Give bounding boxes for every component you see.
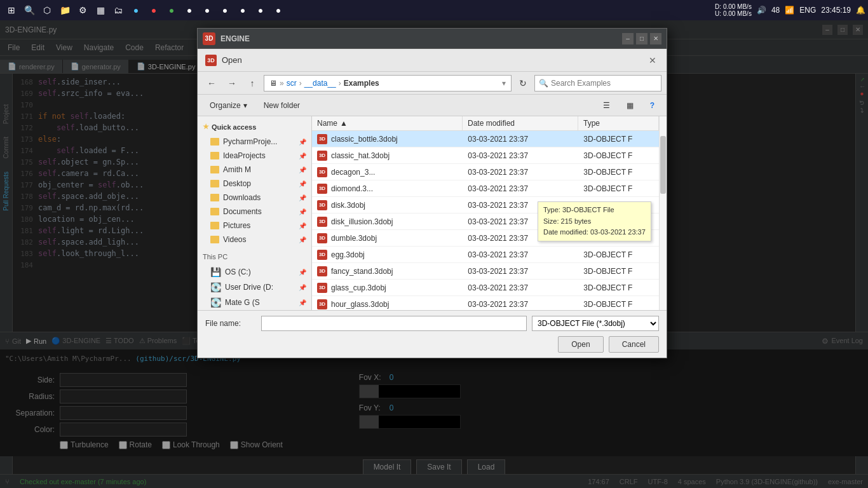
task-view-icon[interactable]: ⬡: [39, 3, 55, 18]
nav-forward-btn[interactable]: →: [223, 74, 241, 92]
sort-icon: ▲: [340, 119, 348, 128]
organize-btn[interactable]: Organize ▾: [203, 98, 254, 113]
quick-access-desktop[interactable]: Desktop 📌: [198, 177, 311, 191]
file-row[interactable]: 3D glass_cup.3dobj 03-03-2021 23:37 3D-O…: [312, 280, 659, 296]
pin-icon: 📌: [299, 284, 306, 291]
folder-icon: [210, 222, 219, 229]
engine-maximize-btn[interactable]: □: [636, 33, 648, 44]
grid-icon[interactable]: ▦: [93, 3, 108, 18]
tooltip-type: Type: 3D-OBJECT File: [543, 205, 646, 216]
file-row[interactable]: 3D decagon_3... 03-03-2021 23:37 3D-OBJE…: [312, 164, 659, 180]
nav-up-btn[interactable]: ↑: [243, 74, 261, 92]
taskbar-app8[interactable]: ●: [235, 3, 250, 18]
search-box: 🔍: [534, 75, 661, 92]
file-row[interactable]: 3D classic_hat.3dobj 03-03-2021 23:37 3D…: [312, 147, 659, 164]
col-header-name[interactable]: Name ▲: [312, 116, 463, 130]
quick-access-c-drive[interactable]: 💾 OS (C:) 📌: [198, 264, 311, 280]
file-explorer-icon[interactable]: 📁: [57, 3, 72, 18]
quick-access-pictures[interactable]: Pictures 📌: [198, 219, 311, 233]
taskbar-app2[interactable]: ●: [128, 3, 144, 18]
quick-access-s-drive[interactable]: 💽 Mate G (S 📌: [198, 295, 311, 310]
new-folder-btn[interactable]: New folder: [257, 98, 307, 113]
dialog-action-buttons: Open Cancel: [205, 336, 659, 353]
quick-access-downloads[interactable]: Downloads 📌: [198, 191, 311, 205]
pin-icon: 📌: [299, 299, 306, 306]
open-dialog: 3D Open ✕ ← → ↑ 🖥 » scr › __data__ › Exa…: [198, 49, 667, 358]
taskbar-app7[interactable]: ●: [217, 3, 233, 18]
3d-file-icon: 3D: [317, 299, 327, 309]
clock: 23:45:19: [821, 6, 851, 15]
quick-access-amith[interactable]: Amith M 📌: [198, 163, 311, 177]
pin-icon: 📌: [299, 236, 306, 243]
folder-icon: [210, 194, 219, 201]
taskbar-app9[interactable]: ●: [253, 3, 268, 18]
taskbar: ⊞ 🔍 ⬡ 📁 ⚙ ▦ 🗂 ● ● ● ● ● ● ● ● ● D: 0.00 …: [0, 0, 868, 20]
file-row[interactable]: 3D fancy_stand.3dobj 03-03-2021 23:37 3D…: [312, 263, 659, 280]
notification-icon[interactable]: 🔔: [856, 6, 865, 15]
col-header-date[interactable]: Date modified: [463, 116, 578, 130]
quick-access-d-drive[interactable]: 💽 User Drive (D: 📌: [198, 280, 311, 295]
tooltip-size: Size: 215 bytes: [543, 216, 646, 227]
start-icon[interactable]: ⊞: [4, 3, 19, 18]
quick-access-documents[interactable]: Documents 📌: [198, 205, 311, 219]
quick-access-pycharm[interactable]: PycharmProje... 📌: [198, 135, 311, 149]
toolbar-right: ☰ ▦ ?: [596, 98, 661, 113]
file-row[interactable]: 3D diomond.3... 03-03-2021 23:37 3D-OBJE…: [312, 180, 659, 197]
organize-dropdown-icon: ▾: [243, 101, 247, 110]
pin-icon: 📌: [299, 152, 306, 159]
file-list-header: Name ▲ Date modified Type: [312, 116, 659, 131]
breadcrumb-scr[interactable]: scr: [287, 79, 297, 88]
quick-access-videos[interactable]: Videos 📌: [198, 233, 311, 247]
taskbar-app6[interactable]: ●: [200, 3, 215, 18]
drives-section-label: This PC: [198, 249, 311, 264]
open-dialog-title: Open: [222, 55, 646, 65]
view-icons-btn[interactable]: ▦: [620, 98, 641, 113]
pin-icon: 📌: [299, 194, 306, 201]
taskbar-app5[interactable]: ●: [182, 3, 197, 18]
3d-file-icon: 3D: [317, 250, 327, 260]
file-name-input[interactable]: [261, 316, 527, 331]
help-btn[interactable]: ?: [643, 98, 661, 113]
scrollbar-thumb[interactable]: [660, 136, 666, 194]
engine-close-btn[interactable]: ✕: [650, 33, 661, 44]
taskbar-app4[interactable]: ●: [164, 3, 179, 18]
3d-file-icon: 3D: [317, 266, 327, 276]
file-name-label: File name:: [205, 319, 256, 328]
engine-window: 3D ENGINE – □ ✕ 3D Open ✕ ← → ↑ 🖥: [197, 28, 667, 358]
taskbar-app10[interactable]: ●: [271, 3, 286, 18]
nav-back-btn[interactable]: ←: [203, 74, 220, 92]
vertical-scrollbar[interactable]: [659, 116, 667, 310]
search-input[interactable]: [551, 79, 657, 88]
breadcrumb-icon: 🖥: [269, 79, 277, 88]
volume-icon[interactable]: 🔊: [757, 6, 766, 15]
engine-title: ENGINE: [220, 34, 622, 43]
file-row[interactable]: 3D egg.3dobj 03-03-2021 23:37 3D-OBJECT …: [312, 247, 659, 263]
open-dialog-close-btn[interactable]: ✕: [646, 54, 659, 67]
folder-icon: [210, 208, 219, 215]
quick-access-idea[interactable]: IdeaProjects 📌: [198, 149, 311, 163]
cancel-file-btn[interactable]: Cancel: [609, 336, 659, 353]
3d-file-icon: 3D: [317, 167, 327, 177]
drive-icon: 💽: [210, 282, 221, 292]
battery-level: 48: [771, 6, 780, 15]
wifi-icon[interactable]: 📶: [785, 6, 794, 15]
breadcrumb-dropdown-btn[interactable]: ▾: [502, 79, 506, 88]
file-row[interactable]: 3D hour_glass.3dobj 03-03-2021 23:37 3D-…: [312, 296, 659, 310]
file-name-row: File name: 3D-OBJECT File (*.3dobj): [205, 316, 659, 331]
taskbar-app3[interactable]: ●: [146, 3, 161, 18]
file-type-select[interactable]: 3D-OBJECT File (*.3dobj): [532, 316, 659, 331]
engine-minimize-btn[interactable]: –: [622, 33, 634, 44]
nav-refresh-btn[interactable]: ↻: [514, 74, 532, 92]
3d-file-icon: 3D: [317, 184, 327, 194]
open-file-btn[interactable]: Open: [558, 336, 603, 353]
drive-icon: 💾: [210, 267, 221, 277]
breadcrumb-data[interactable]: __data__: [304, 79, 336, 88]
pin-icon: 📌: [299, 208, 306, 215]
taskbar-app1[interactable]: 🗂: [111, 3, 126, 18]
view-details-btn[interactable]: ☰: [596, 98, 617, 113]
open-dialog-logo: 3D: [205, 55, 217, 66]
col-header-type[interactable]: Type: [578, 116, 659, 130]
file-row[interactable]: 3D classic_bottle.3dobj 03-03-2021 23:37…: [312, 131, 659, 147]
settings-icon[interactable]: ⚙: [75, 3, 90, 18]
search-taskbar-icon[interactable]: 🔍: [22, 3, 37, 18]
